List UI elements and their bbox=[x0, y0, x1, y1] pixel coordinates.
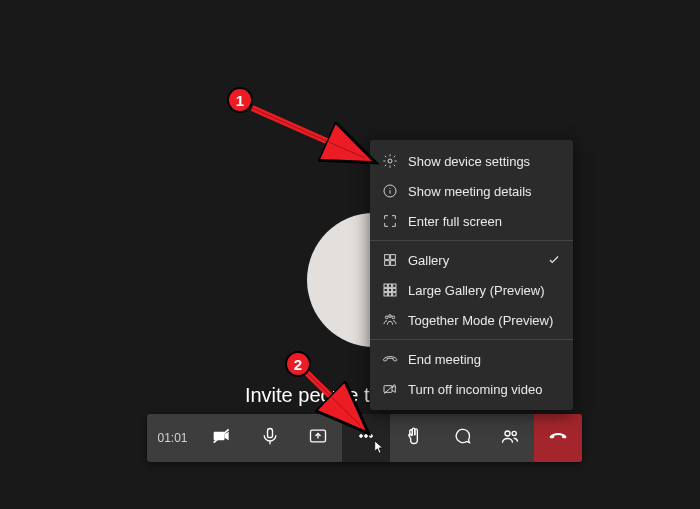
more-icon bbox=[356, 426, 376, 450]
share-button[interactable] bbox=[294, 414, 342, 462]
chat-button[interactable] bbox=[438, 414, 486, 462]
annotation-badge-1: 1 bbox=[227, 87, 253, 113]
svg-rect-13 bbox=[385, 255, 390, 260]
svg-point-26 bbox=[385, 316, 388, 319]
info-icon bbox=[382, 183, 398, 199]
menu-item-meeting-details[interactable]: Show meeting details bbox=[370, 176, 573, 206]
video-off-icon bbox=[382, 381, 398, 397]
fullscreen-icon bbox=[382, 213, 398, 229]
menu-divider bbox=[370, 240, 573, 241]
hang-up-icon bbox=[548, 426, 568, 450]
menu-item-label: Together Mode (Preview) bbox=[408, 313, 553, 328]
share-screen-icon bbox=[308, 426, 328, 450]
meeting-toolbar: 01:01 bbox=[147, 414, 582, 462]
svg-rect-23 bbox=[384, 293, 387, 296]
camera-off-icon bbox=[212, 426, 232, 450]
end-call-icon bbox=[382, 351, 398, 367]
menu-item-full-screen[interactable]: Enter full screen bbox=[370, 206, 573, 236]
participants-button[interactable] bbox=[486, 414, 534, 462]
svg-rect-15 bbox=[385, 261, 390, 266]
svg-rect-21 bbox=[388, 288, 391, 291]
menu-item-label: Enter full screen bbox=[408, 214, 502, 229]
svg-rect-24 bbox=[388, 293, 391, 296]
svg-rect-17 bbox=[384, 284, 387, 287]
check-icon bbox=[547, 253, 561, 267]
menu-item-label: Turn off incoming video bbox=[408, 382, 542, 397]
svg-line-32 bbox=[252, 108, 365, 158]
menu-item-label: Gallery bbox=[408, 253, 449, 268]
people-icon bbox=[500, 426, 520, 450]
menu-item-end-meeting[interactable]: End meeting bbox=[370, 344, 573, 374]
large-gallery-icon bbox=[382, 282, 398, 298]
menu-item-label: Show meeting details bbox=[408, 184, 532, 199]
hang-up-button[interactable] bbox=[534, 414, 582, 462]
svg-line-33 bbox=[252, 108, 365, 158]
svg-rect-19 bbox=[393, 284, 396, 287]
menu-item-large-gallery[interactable]: Large Gallery (Preview) bbox=[370, 275, 573, 305]
svg-point-27 bbox=[389, 315, 392, 318]
camera-button[interactable] bbox=[198, 414, 246, 462]
svg-point-8 bbox=[512, 431, 516, 435]
svg-rect-18 bbox=[388, 284, 391, 287]
menu-item-label: End meeting bbox=[408, 352, 481, 367]
svg-point-4 bbox=[360, 435, 363, 438]
menu-divider bbox=[370, 339, 573, 340]
menu-item-turn-off-incoming-video[interactable]: Turn off incoming video bbox=[370, 374, 573, 404]
svg-rect-14 bbox=[391, 255, 396, 260]
menu-item-gallery[interactable]: Gallery bbox=[370, 245, 573, 275]
svg-point-7 bbox=[505, 431, 510, 436]
svg-rect-16 bbox=[391, 261, 396, 266]
svg-rect-1 bbox=[268, 429, 273, 438]
together-mode-icon bbox=[382, 312, 398, 328]
svg-point-5 bbox=[365, 435, 368, 438]
more-actions-menu: Show device settings Show meeting detail… bbox=[370, 140, 573, 410]
annotation-badge-2: 2 bbox=[285, 351, 311, 377]
menu-item-together-mode[interactable]: Together Mode (Preview) bbox=[370, 305, 573, 335]
microphone-icon bbox=[260, 426, 280, 450]
svg-point-12 bbox=[389, 188, 390, 189]
svg-rect-22 bbox=[393, 288, 396, 291]
gear-icon bbox=[382, 153, 398, 169]
invite-prompt: Invite people to join you bbox=[0, 384, 700, 407]
more-actions-button[interactable] bbox=[342, 414, 390, 462]
svg-rect-29 bbox=[384, 386, 392, 393]
svg-point-28 bbox=[392, 316, 395, 319]
svg-rect-25 bbox=[393, 293, 396, 296]
menu-item-label: Show device settings bbox=[408, 154, 530, 169]
svg-rect-20 bbox=[384, 288, 387, 291]
svg-point-6 bbox=[370, 435, 373, 438]
raise-hand-button[interactable] bbox=[390, 414, 438, 462]
menu-item-device-settings[interactable]: Show device settings bbox=[370, 146, 573, 176]
call-timer: 01:01 bbox=[147, 414, 198, 462]
gallery-icon bbox=[382, 252, 398, 268]
chat-icon bbox=[452, 426, 472, 450]
svg-point-9 bbox=[388, 159, 392, 163]
menu-item-label: Large Gallery (Preview) bbox=[408, 283, 545, 298]
raise-hand-icon bbox=[404, 426, 424, 450]
microphone-button[interactable] bbox=[246, 414, 294, 462]
